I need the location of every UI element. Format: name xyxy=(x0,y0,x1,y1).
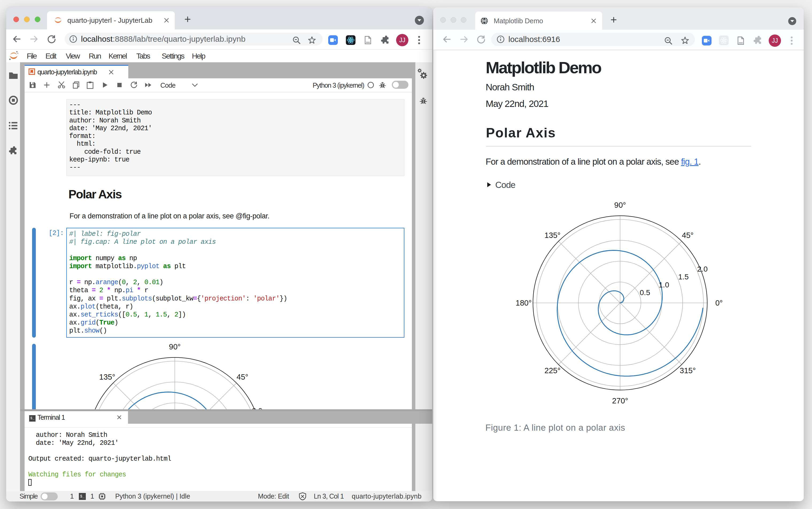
svg-text:1.5: 1.5 xyxy=(678,273,689,281)
svg-text:270°: 270° xyxy=(612,397,628,405)
svg-text:90°: 90° xyxy=(169,342,181,351)
svg-text:135°: 135° xyxy=(544,231,561,240)
svg-text:90°: 90° xyxy=(614,201,626,209)
svg-text:0.5: 0.5 xyxy=(640,289,650,297)
svg-text:45°: 45° xyxy=(237,373,248,381)
svg-text:2.0: 2.0 xyxy=(697,265,708,273)
svg-text:315°: 315° xyxy=(680,366,696,375)
svg-text:1.0: 1.0 xyxy=(659,281,669,289)
svg-text:225°: 225° xyxy=(544,366,561,375)
svg-text:45°: 45° xyxy=(682,231,694,240)
svg-text:135°: 135° xyxy=(99,373,115,381)
svg-text:180°: 180° xyxy=(516,299,532,307)
svg-text:0°: 0° xyxy=(715,299,723,307)
svg-text:2.0: 2.0 xyxy=(252,407,262,410)
